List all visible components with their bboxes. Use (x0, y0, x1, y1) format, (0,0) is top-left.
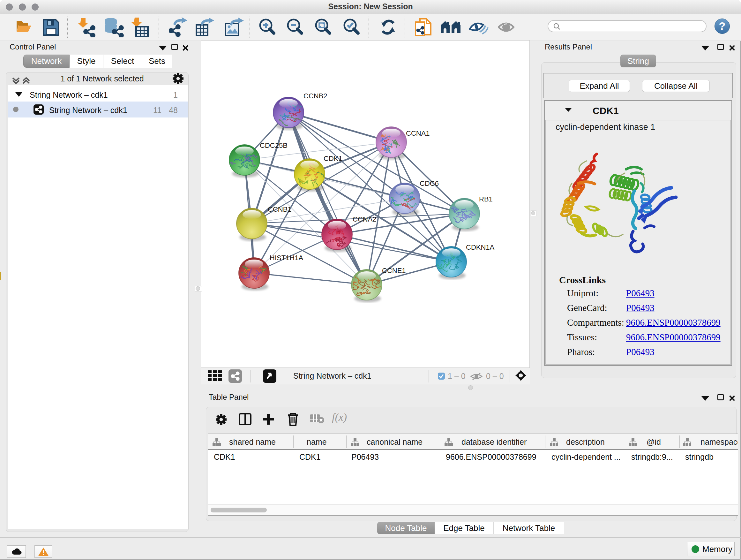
svg-text:CDC25B: CDC25B (260, 141, 287, 149)
svg-text:CCNA1: CCNA1 (406, 129, 430, 137)
svg-text:CCNB2: CCNB2 (304, 92, 327, 100)
svg-text:CCNE1: CCNE1 (382, 266, 406, 274)
svg-text:HIST1H1A: HIST1H1A (270, 254, 303, 262)
svg-text:CDKN1A: CDKN1A (466, 243, 495, 251)
svg-text:CCNB1: CCNB1 (268, 205, 292, 213)
svg-text:CDC6: CDC6 (420, 179, 439, 187)
svg-text:RB1: RB1 (479, 195, 493, 203)
svg-text:CDK1: CDK1 (324, 154, 342, 163)
svg-text:CCNA2: CCNA2 (353, 215, 377, 223)
